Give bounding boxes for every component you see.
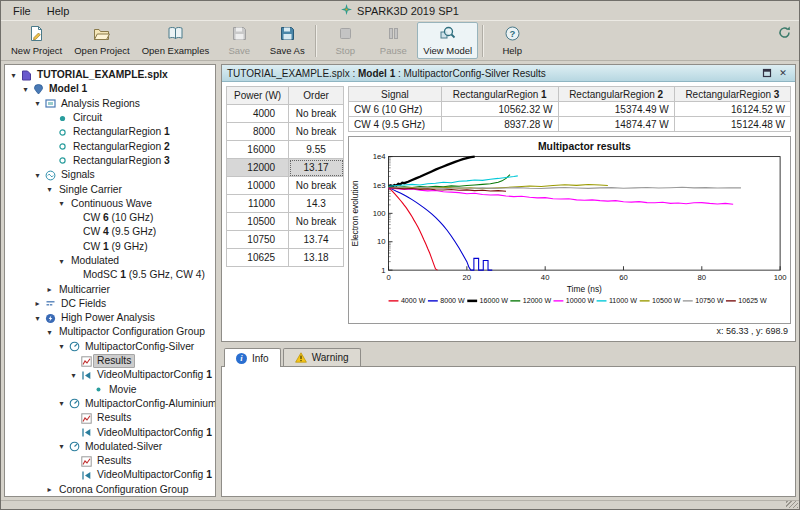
tree-collapse-icon[interactable]: ▾: [56, 342, 67, 351]
float-panel-icon[interactable]: [760, 67, 774, 80]
tree-collapse-icon[interactable]: ▾: [56, 442, 67, 451]
menu-help[interactable]: Help: [39, 3, 78, 19]
power-table-row[interactable]: 1200013.17: [227, 159, 344, 177]
signal-region-table[interactable]: SignalRectangularRegion 1RectangularRegi…: [348, 86, 791, 132]
tree-item-dc-fields[interactable]: ▸DC Fields: [5, 297, 215, 311]
tree-item-rectangularregion-3[interactable]: RectangularRegion 3: [5, 154, 215, 168]
menu-file[interactable]: File: [5, 3, 39, 19]
tree-item-modulated-silver[interactable]: ▾Modulated-Silver: [5, 440, 215, 454]
power-table-row[interactable]: 1075013.74: [227, 231, 344, 249]
tree-item-modulated[interactable]: ▾Modulated: [5, 254, 215, 268]
resize-grip-icon[interactable]: [786, 501, 798, 508]
tree-expand-icon[interactable]: ▸: [44, 285, 55, 294]
signal-table-row[interactable]: CW 6 (10 GHz)10562.32 W15374.49 W16124.5…: [349, 102, 791, 117]
signals-icon: [43, 170, 57, 181]
signal-table-header-rectangularregion-2[interactable]: RectangularRegion 2: [558, 87, 674, 102]
signal-table-header-rectangularregion-3[interactable]: RectangularRegion 3: [674, 87, 790, 102]
tree-item-cw-4[interactable]: CW 4 (9.5 GHz): [5, 225, 215, 239]
svg-text:1: 1: [381, 266, 385, 275]
stop-button: Stop: [321, 22, 369, 59]
app-logo-icon: [341, 4, 352, 17]
signal-table-header-rectangularregion-1[interactable]: RectangularRegion 1: [441, 87, 558, 102]
open-project-button[interactable]: Open Project: [68, 22, 135, 59]
tree-collapse-icon[interactable]: ▾: [32, 314, 43, 323]
tree-item-corona-configuration-group[interactable]: ▸Corona Configuration Group: [5, 483, 215, 497]
save-as-button[interactable]: Save As: [263, 22, 311, 59]
tree-item-videomultipactorconfig-1[interactable]: VideoMultipactorConfig 1: [5, 425, 215, 439]
power-table-header-power-w[interactable]: Power (W): [227, 87, 289, 105]
tree-collapse-icon[interactable]: ▾: [32, 99, 43, 108]
tree-expand-icon[interactable]: ▸: [32, 299, 43, 308]
tree-item-circuit[interactable]: Circuit: [5, 111, 215, 125]
tree-collapse-icon[interactable]: ▾: [68, 371, 79, 380]
tree-item-results[interactable]: Results: [5, 454, 215, 468]
tree-item-label: Movie: [105, 383, 140, 397]
tree-item-tutorial-example-splx[interactable]: ▾TUTORIAL_EXAMPLE.splx: [5, 68, 215, 82]
view-model-button[interactable]: View Model: [417, 22, 478, 59]
signal-table-row[interactable]: CW 4 (9.5 GHz)8937.28 W14874.47 W15124.4…: [349, 117, 791, 132]
multipactor-chart[interactable]: Multipactor results1e41e3100101020406080…: [349, 137, 790, 323]
tree-collapse-icon[interactable]: ▾: [32, 171, 43, 180]
tree-collapse-icon[interactable]: ▾: [44, 328, 55, 337]
svg-text:1e4: 1e4: [373, 152, 387, 161]
tree-item-multipactor-configuration-group[interactable]: ▾Multipactor Configuration Group: [5, 325, 215, 339]
tab-warning[interactable]: Warning: [283, 348, 361, 366]
right-column: TUTORIAL_EXAMPLE.splx : Model 1 : Multip…: [221, 64, 796, 497]
tree-item-high-power-analysis[interactable]: ▾High Power Analysis: [5, 311, 215, 325]
power-order-table[interactable]: Power (W)Order4000No break8000No break16…: [226, 86, 344, 267]
tree-item-label: Multicarrier: [55, 283, 114, 297]
tree-item-movie[interactable]: Movie: [5, 383, 215, 397]
help-button[interactable]: ?Help: [488, 22, 536, 59]
tree-collapse-icon[interactable]: ▾: [56, 399, 67, 408]
tree-item-label: Modulated: [67, 254, 123, 268]
results-panel-title-segment: Model 1: [358, 68, 395, 79]
tree-item-multicarrier[interactable]: ▸Multicarrier: [5, 282, 215, 296]
tree-item-analysis-regions[interactable]: ▾Analysis Regions: [5, 97, 215, 111]
tree-collapse-icon[interactable]: ▾: [8, 71, 19, 80]
tree-expand-icon[interactable]: ▸: [44, 485, 55, 494]
tree-collapse-icon[interactable]: ▾: [44, 185, 55, 194]
power-table-row[interactable]: 4000No break: [227, 105, 344, 123]
tree-collapse-icon[interactable]: ▾: [20, 85, 31, 94]
close-panel-icon[interactable]: ✕: [776, 67, 790, 80]
tree-collapse-icon[interactable]: ▾: [56, 199, 67, 208]
tree-item-modsc-1[interactable]: ModSC 1 (9.5 GHz, CW 4): [5, 268, 215, 282]
region-power-value: 14874.47 W: [558, 117, 674, 132]
tree-item-videomultipactorconfig-1[interactable]: ▾VideoMultipactorConfig 1: [5, 368, 215, 382]
refresh-icon[interactable]: [777, 25, 792, 42]
tree-item-cw-1[interactable]: CW 1 (9 GHz): [5, 240, 215, 254]
tree-item-cw-6[interactable]: CW 6 (10 GHz): [5, 211, 215, 225]
tree-item-multipactorconfig-silver[interactable]: ▾MultipactorConfig-Silver: [5, 340, 215, 354]
tree-collapse-icon[interactable]: ▾: [56, 257, 67, 266]
tree-item-single-carrier[interactable]: ▾Single Carrier: [5, 182, 215, 196]
tree-item-results[interactable]: Results: [5, 354, 215, 368]
power-table-row[interactable]: 10000No break: [227, 177, 344, 195]
power-table-header-order[interactable]: Order: [289, 87, 344, 105]
tree-item-label: Single Carrier: [55, 183, 126, 197]
tab-info[interactable]: iInfo: [224, 348, 281, 367]
power-table-row[interactable]: 8000No break: [227, 123, 344, 141]
power-table-row[interactable]: 160009.55: [227, 141, 344, 159]
open-examples-label: Open Examples: [142, 45, 210, 56]
chart-area[interactable]: Multipactor results1e41e3100101020406080…: [348, 136, 791, 324]
tree-item-signals[interactable]: ▾Signals: [5, 168, 215, 182]
new-project-button[interactable]: New Project: [5, 22, 68, 59]
tree-item-results[interactable]: Results: [5, 411, 215, 425]
project-tree-panel: ▾TUTORIAL_EXAMPLE.splx▾Model 1▾Analysis …: [4, 64, 216, 497]
tree-item-continuous-wave[interactable]: ▾Continuous Wave: [5, 197, 215, 211]
order-value: 9.55: [289, 141, 344, 159]
power-value: 10625: [227, 249, 289, 267]
tree-item-rectangularregion-2[interactable]: RectangularRegion 2: [5, 139, 215, 153]
toolbar: New ProjectOpen ProjectOpen ExamplesSave…: [1, 20, 799, 61]
signal-table-header-signal[interactable]: Signal: [349, 87, 442, 102]
svg-text:80: 80: [698, 273, 707, 282]
open-examples-button[interactable]: Open Examples: [136, 22, 216, 59]
stop-icon: [337, 25, 354, 44]
tree-item-videomultipactorconfig-1[interactable]: VideoMultipactorConfig 1: [5, 468, 215, 482]
tree-item-multipactorconfig-aluminium[interactable]: ▾MultipactorConfig-Aluminium: [5, 397, 215, 411]
power-table-row[interactable]: 1100014.3: [227, 195, 344, 213]
power-table-row[interactable]: 10500No break: [227, 213, 344, 231]
tree-item-rectangularregion-1[interactable]: RectangularRegion 1: [5, 125, 215, 139]
power-table-row[interactable]: 1062513.18: [227, 249, 344, 267]
tree-item-model-1[interactable]: ▾Model 1: [5, 82, 215, 96]
